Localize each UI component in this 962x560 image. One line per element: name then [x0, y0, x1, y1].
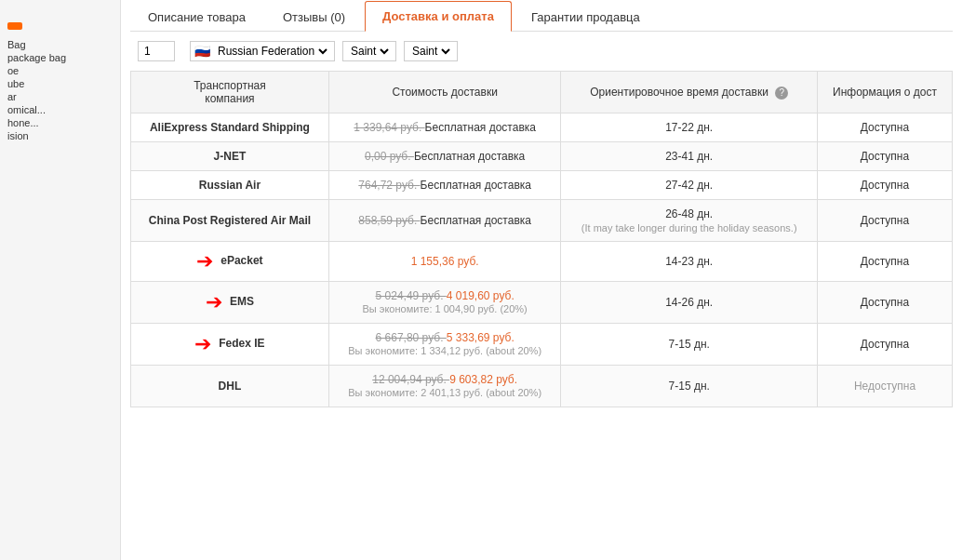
price-new: 1 155,36 руб. [411, 255, 479, 268]
sidebar-item-ar[interactable]: ar [7, 91, 113, 102]
country-flag: 🇷🇺 [194, 44, 210, 59]
delivery-section: 🇷🇺 Russian Federation Saint Saint [130, 41, 953, 407]
sidebar-items-list: Bag package bag ое ube ar omical... hone… [7, 39, 113, 141]
price-new: Бесплатная доставка [414, 150, 525, 163]
price-new: Бесплатная доставка [421, 179, 531, 192]
col-time: Ориентировочное время доставки ? [561, 72, 818, 113]
price-cell: 1 339,64 руб. Бесплатная доставка [328, 113, 561, 142]
price-new: 9 603,82 руб. [449, 373, 517, 386]
delivery-time: 23-41 дн. [570, 150, 808, 163]
delivery-time: 14-23 дн. [570, 255, 808, 268]
company-cell: AliExpress Standard Shipping [131, 113, 329, 142]
country-select-wrapper[interactable]: 🇷🇺 Russian Federation [190, 41, 335, 61]
time-cell: 14-26 дн. [561, 282, 818, 324]
quantity-input[interactable] [138, 41, 175, 61]
table-row: ➔Fedex IE6 667,80 руб. 5 333,69 руб.Вы э… [131, 324, 953, 366]
country-select[interactable]: Russian Federation [214, 44, 330, 59]
tab-delivery[interactable]: Доставка и оплата [365, 1, 512, 32]
time-cell: 23-41 дн. [561, 142, 818, 171]
region1-select-wrapper[interactable]: Saint [342, 41, 396, 61]
sidebar-item-hone[interactable]: hone... [7, 117, 113, 128]
company-cell: DHL [131, 366, 329, 407]
availability-cell: Доступна [817, 324, 952, 366]
price-new: 4 019,60 руб. [447, 289, 514, 302]
tab-description[interactable]: Описание товара [130, 2, 263, 32]
sidebar-item-bag[interactable]: Bag [7, 39, 113, 50]
time-cell: 17-22 дн. [561, 113, 818, 142]
time-cell: 7-15 дн. [561, 366, 818, 407]
company-cell: Russian Air [131, 171, 329, 200]
price-old: 764,72 руб. [358, 179, 420, 192]
availability-cell: Доступна [817, 171, 952, 200]
filter-row: 🇷🇺 Russian Federation Saint Saint [130, 41, 953, 61]
delivery-note: (It may take longer during the holiday s… [570, 222, 808, 233]
table-row: ➔EMS5 024,49 руб. 4 019,60 руб.Вы эконом… [131, 282, 953, 324]
help-icon[interactable]: ? [775, 87, 788, 100]
price-old: 0,00 руб. [365, 150, 414, 163]
sidebar-item-ube[interactable]: ube [7, 78, 113, 89]
availability-cell: Доступна [817, 200, 952, 242]
availability-cell: Доступна [817, 142, 952, 171]
shipping-table: Транспортнаякомпания Стоимость доставки … [130, 71, 953, 407]
tab-reviews[interactable]: Отзывы (0) [265, 2, 363, 32]
price-old: 5 024,49 руб. [376, 289, 447, 302]
sidebar-item-ision[interactable]: ision [7, 130, 113, 141]
availability-cell: Доступна [817, 113, 952, 142]
company-cell: ➔ePacket [131, 242, 329, 282]
company-cell: ➔Fedex IE [131, 324, 329, 366]
time-cell: 26-48 дн.(It may take longer during the … [561, 200, 818, 242]
delivery-time: 14-26 дн. [570, 296, 808, 309]
sidebar-item-package[interactable]: package bag [7, 52, 113, 63]
price-save: Вы экономите: 1 334,12 руб. (about 20%) [348, 345, 541, 356]
company-cell: ➔EMS [131, 282, 329, 324]
save-button[interactable] [7, 22, 22, 30]
availability-cell: Доступна [817, 242, 952, 282]
company-name: Russian Air [199, 179, 261, 192]
availability-cell: Недоступна [817, 366, 952, 407]
price-old: 12 004,94 руб. [372, 373, 449, 386]
delivery-time: 27-42 дн. [570, 179, 808, 192]
arrow-icon: ➔ [196, 249, 213, 273]
tabs-bar: Описание товара Отзывы (0) Доставка и оп… [130, 0, 953, 32]
col-cost: Стоимость доставки [328, 72, 561, 113]
price-cell: 6 667,80 руб. 5 333,69 руб.Вы экономите:… [328, 324, 561, 366]
company-name: China Post Registered Air Mail [149, 214, 311, 227]
main-content: Описание товара Отзывы (0) Доставка и оп… [121, 0, 962, 560]
company-name: EMS [230, 295, 254, 308]
price-save: Вы экономите: 1 004,90 руб. (20%) [363, 303, 528, 314]
region1-select[interactable]: Saint [347, 44, 392, 59]
price-cell: 12 004,94 руб. 9 603,82 руб.Вы экономите… [328, 366, 561, 407]
table-row: AliExpress Standard Shipping1 339,64 руб… [131, 113, 953, 142]
col-company: Транспортнаякомпания [131, 72, 329, 113]
price-new: Бесплатная доставка [425, 121, 536, 134]
table-row: DHL12 004,94 руб. 9 603,82 руб.Вы эконом… [131, 366, 953, 407]
delivery-time: 7-15 дн. [570, 338, 808, 351]
company-name: DHL [219, 380, 242, 393]
table-row: Russian Air764,72 руб. Бесплатная достав… [131, 171, 953, 200]
company-name: AliExpress Standard Shipping [150, 121, 310, 134]
tab-guarantee[interactable]: Гарантии продавца [514, 2, 658, 32]
table-row: ➔ePacket1 155,36 руб.14-23 дн.Доступна [131, 242, 953, 282]
price-new: Бесплатная доставка [421, 214, 531, 227]
col-info: Информация о дост [817, 72, 952, 113]
arrow-icon: ➔ [194, 332, 211, 356]
price-cell: 0,00 руб. Бесплатная доставка [328, 142, 561, 171]
price-old: 6 667,80 руб. [376, 331, 447, 344]
arrow-icon: ➔ [206, 290, 222, 314]
price-old: 1 339,64 руб. [354, 121, 424, 134]
table-row: China Post Registered Air Mail858,59 руб… [131, 200, 953, 242]
time-cell: 27-42 дн. [561, 171, 818, 200]
sidebar-item-omical[interactable]: omical... [7, 104, 113, 115]
company-name: ePacket [220, 254, 262, 267]
company-name: Fedex IE [219, 337, 264, 350]
sidebar-item-oe[interactable]: ое [7, 65, 113, 76]
price-cell: 858,59 руб. Бесплатная доставка [328, 200, 561, 242]
company-cell: J-NET [131, 142, 329, 171]
time-cell: 14-23 дн. [561, 242, 818, 282]
region2-select[interactable]: Saint [408, 44, 453, 59]
region2-select-wrapper[interactable]: Saint [404, 41, 458, 61]
price-cell: 764,72 руб. Бесплатная доставка [328, 171, 561, 200]
delivery-time: 26-48 дн. [570, 207, 808, 220]
delivery-time: 17-22 дн. [570, 121, 808, 134]
time-cell: 7-15 дн. [561, 324, 818, 366]
